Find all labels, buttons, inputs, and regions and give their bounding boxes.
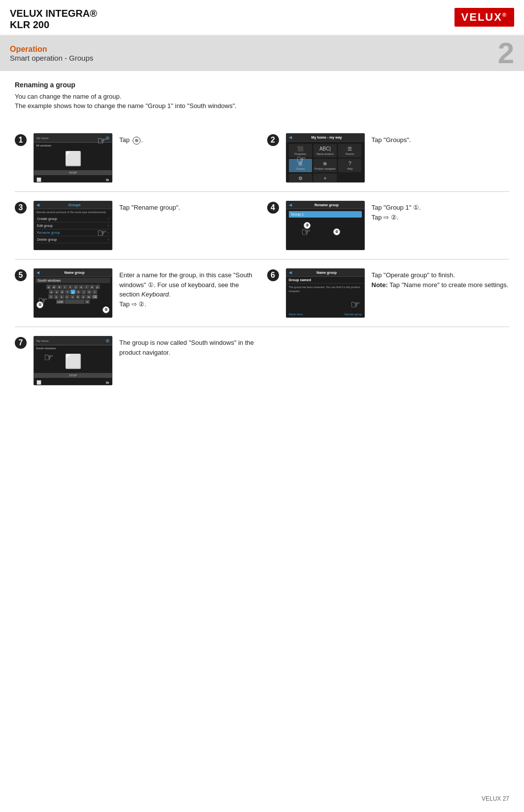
- step-block-2: 2 ◀ My home - my way ⬛ Programs: [267, 133, 510, 183]
- product-title: VELUX INTEGRA® KLR 200: [10, 8, 97, 31]
- step-image-4: ◀ Rename group Group 1 ② ① ☞: [286, 201, 365, 250]
- step-text-5: Enter a name for the group, in this case…: [119, 268, 257, 309]
- step-block-7: 7 My home ⊕ South windows ⬜ STOP ⬜: [15, 336, 257, 385]
- step-number-5: 5: [15, 269, 27, 281]
- step-text-7: The group is now called "South windows" …: [119, 336, 257, 357]
- step-number-2: 2: [267, 134, 279, 146]
- product-name-line1: VELUX INTEGRA®: [10, 8, 97, 19]
- step-block-4: 4 ◀ Rename group Group 1 ② ①: [267, 201, 510, 250]
- step-image-5: ◀ Name group South windows qwertyuiop as…: [34, 268, 112, 318]
- steps-row-4: 7 My home ⊕ South windows ⬜ STOP ⬜: [15, 327, 509, 394]
- section-subtitle: Smart operation - Groups: [10, 54, 498, 62]
- renaming-group-title: Renaming a group: [15, 81, 509, 89]
- intro-para1: You can change the name of a group.: [15, 93, 509, 100]
- steps-row-3: 5 ◀ Name group South windows qwertyuiop: [15, 259, 509, 327]
- section-category: Operation: [10, 45, 498, 54]
- step-block-3: 3 ◀ Groups Operate several products of t…: [15, 201, 257, 250]
- steps-row-2: 3 ◀ Groups Operate several products of t…: [15, 192, 509, 259]
- steps-row-1: 1 My home ⊕ All windows ⬜ STOP: [15, 124, 509, 192]
- step-number-4: 4: [267, 202, 279, 214]
- main-content: Renaming a group You can change the name…: [0, 76, 524, 404]
- step-block-5: 5 ◀ Name group South windows qwertyuiop: [15, 268, 257, 318]
- step-image-3: ◀ Groups Operate several products of the…: [34, 201, 112, 250]
- step-image-7: My home ⊕ South windows ⬜ STOP ⬜ 🖿 ☞: [34, 336, 112, 385]
- step-number-3: 3: [15, 202, 27, 214]
- step-image-6: ◀ Name group Group named The group has b…: [286, 268, 365, 318]
- product-name-line2: KLR 200: [10, 19, 97, 31]
- step-block-6: 6 ◀ Name group Group named The group has…: [267, 268, 510, 318]
- step-text-4: Tap "Group 1" ①. Tap ⇨ ②.: [372, 201, 510, 222]
- page-footer: VELUX 27: [482, 795, 509, 802]
- footer-text: VELUX 27: [482, 795, 509, 802]
- step-image-2: ◀ My home - my way ⬛ Programs ABC| N: [286, 133, 365, 183]
- section-number: 2: [498, 38, 514, 68]
- step-image-1: My home ⊕ All windows ⬜ STOP ⬜ 🖿: [34, 133, 112, 183]
- step-text-6: Tap "Operate group" to finish. Note: Tap…: [372, 268, 510, 290]
- step-text-3: Tap "Rename group".: [119, 201, 257, 213]
- step-number-7: 7: [15, 337, 27, 349]
- step-number-6: 6: [267, 269, 279, 281]
- page-header: VELUX INTEGRA® KLR 200 VELUX®: [0, 0, 524, 36]
- step-block-1: 1 My home ⊕ All windows ⬜ STOP: [15, 133, 257, 183]
- steps-section: 1 My home ⊕ All windows ⬜ STOP: [15, 124, 509, 394]
- step-text-1: Tap ⊕.: [119, 133, 257, 145]
- intro-para2: The example shows how to change the name…: [15, 102, 509, 110]
- step-number-1: 1: [15, 134, 27, 146]
- section-bar: Operation Smart operation - Groups 2: [0, 36, 524, 71]
- step-text-2: Tap "Groups".: [372, 133, 510, 145]
- velux-logo: VELUX®: [454, 8, 514, 27]
